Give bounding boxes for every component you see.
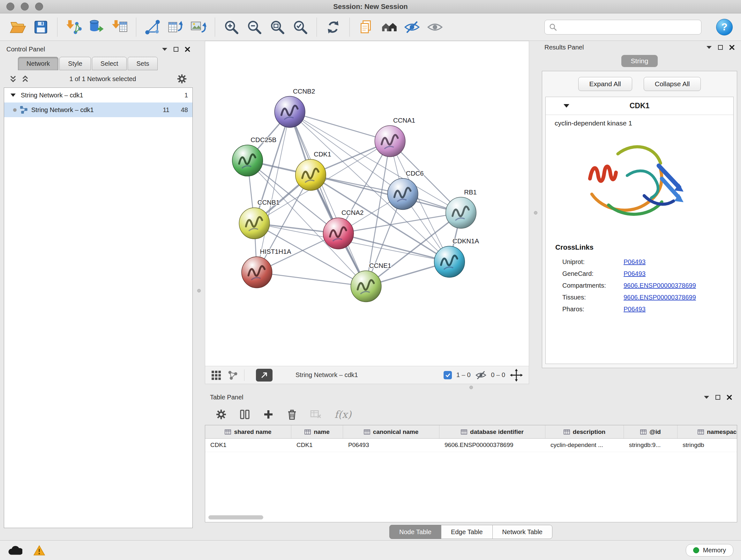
crosslink-value-link[interactable]: P06493 (623, 258, 646, 266)
panel-float-icon[interactable] (718, 45, 723, 50)
column-header-shared-name[interactable]: shared name (205, 425, 291, 438)
column-header-description[interactable]: description (545, 425, 624, 438)
network-overview-icon[interactable] (227, 370, 238, 380)
panel-menu-icon[interactable] (162, 48, 167, 51)
network-edge-CDK1-RB1[interactable] (311, 175, 461, 213)
panel-close-icon[interactable] (729, 45, 735, 50)
import-network-from-database-button[interactable] (87, 17, 106, 37)
network-node-CCNB2[interactable] (274, 96, 305, 127)
minimize-button[interactable] (21, 3, 29, 10)
birdseye-grid-icon[interactable] (211, 370, 221, 380)
tab-network[interactable]: Network (18, 57, 58, 70)
save-session-button[interactable] (31, 17, 51, 37)
cloud-icon[interactable] (8, 545, 22, 556)
warning-icon[interactable] (33, 545, 45, 556)
export-network-button[interactable] (143, 17, 162, 37)
network-node-CCNB1[interactable] (239, 207, 270, 239)
column-header-database-identifier[interactable]: database identifier (440, 425, 545, 438)
delete-column-icon[interactable] (286, 409, 297, 420)
column-header--id[interactable]: @id (624, 425, 677, 438)
network-node-CCNE1[interactable] (351, 271, 381, 302)
panel-float-icon[interactable] (174, 47, 179, 52)
import-table-from-file-button[interactable] (110, 17, 129, 37)
network-graph[interactable]: CCNB2CCNA1CDC25BCDK1CDC6RB1CCNB1CCNA2CDK… (205, 41, 529, 366)
network-edge-HIST1H1A-CCNE1[interactable] (257, 272, 366, 287)
apply-layout-button[interactable] (324, 17, 343, 37)
table-cell[interactable]: CDK1 (291, 439, 343, 452)
copy-document-button[interactable] (356, 17, 376, 37)
selected-checkbox-icon[interactable] (444, 371, 452, 379)
table-cell[interactable]: stringdb (677, 439, 737, 452)
network-canvas[interactable]: CCNB2CCNA1CDC25BCDK1CDC6RB1CCNB1CCNA2CDK… (205, 41, 529, 366)
search-input[interactable] (544, 20, 701, 35)
network-node-CCNA1[interactable] (375, 125, 405, 157)
network-node-CDC6[interactable] (387, 179, 418, 210)
table-cell[interactable]: cyclin-dependent ... (545, 439, 624, 452)
tree-expander-icon[interactable] (10, 94, 16, 97)
hidden-eye-slash-icon[interactable] (475, 369, 487, 381)
panel-menu-icon[interactable] (706, 46, 712, 49)
formula-builder-fx[interactable]: f(x) (334, 409, 351, 420)
table-cell[interactable]: P06493 (343, 439, 440, 452)
network-edge-CCNB2-CCNA1[interactable] (290, 112, 390, 141)
tab-edge-table[interactable]: Edge Table (441, 525, 493, 539)
crosslink-value-link[interactable]: 9606.ENSP00000378699 (623, 282, 696, 289)
zoom-fit-button[interactable] (268, 17, 287, 37)
close-button[interactable] (6, 3, 14, 10)
network-node-RB1[interactable] (446, 197, 476, 229)
network-node-CDC25B[interactable] (232, 145, 263, 176)
export-image-button[interactable] (189, 17, 208, 37)
table-splitter[interactable] (205, 384, 737, 390)
home-button[interactable] (380, 17, 399, 37)
tab-string[interactable]: String (621, 55, 658, 67)
network-edge-CCNB2-CCNE1[interactable] (290, 112, 366, 286)
crosslink-value-link[interactable]: P06493 (623, 306, 646, 313)
tree-row-network[interactable]: String Network – cdk1 11 48 (4, 103, 192, 117)
zoom-window-button[interactable] (35, 3, 43, 10)
panel-menu-icon[interactable] (704, 396, 709, 399)
tab-style[interactable]: Style (59, 57, 91, 70)
zoom-in-button[interactable] (222, 17, 241, 37)
zoom-out-button[interactable] (245, 17, 264, 37)
add-column-icon[interactable] (263, 409, 274, 420)
hide-glass-button[interactable] (402, 17, 421, 37)
tab-network-table[interactable]: Network Table (492, 525, 552, 539)
pan-move-icon[interactable] (510, 368, 523, 382)
import-network-from-file-button[interactable] (64, 17, 83, 37)
open-session-button[interactable] (8, 17, 27, 37)
panel-close-icon[interactable] (185, 47, 190, 52)
column-header-namespace[interactable]: namespace (677, 425, 737, 438)
tab-sets[interactable]: Sets (128, 57, 158, 70)
network-node-CDKN1A[interactable] (434, 246, 465, 277)
collapse-all-button[interactable]: Collapse All (644, 77, 701, 91)
results-splitter[interactable] (529, 41, 542, 384)
table-cell[interactable]: 9606.ENSP00000378699 (440, 439, 545, 452)
crosslink-value-link[interactable]: 9606.ENSP00000378699 (623, 294, 696, 301)
column-header-name[interactable]: name (291, 425, 343, 438)
tree-row-collection[interactable]: String Network – cdk1 1 (4, 88, 192, 103)
detach-view-button[interactable] (256, 369, 273, 381)
show-glass-button[interactable] (425, 17, 445, 37)
memory-indicator[interactable]: Memory (686, 544, 733, 557)
panel-close-icon[interactable] (727, 395, 732, 400)
table-horizontal-scrollbar[interactable] (208, 515, 734, 519)
zoom-selected-button[interactable] (291, 17, 310, 37)
table-row[interactable]: CDK1CDK1P064939606.ENSP00000378699cyclin… (205, 439, 737, 452)
column-header-canonical-name[interactable]: canonical name (343, 425, 440, 438)
table-cell[interactable]: CDK1 (205, 439, 291, 452)
table-cell[interactable]: stringdb:9... (624, 439, 677, 452)
export-table-button[interactable] (166, 17, 185, 37)
network-options-gear-icon[interactable] (177, 74, 187, 84)
gene-section-header[interactable]: CDK1 (546, 97, 733, 115)
network-node-CCNA2[interactable] (323, 218, 354, 249)
expand-all-chevron-icon[interactable] (10, 75, 17, 83)
tab-node-table[interactable]: Node Table (389, 525, 441, 539)
expand-all-button[interactable]: Expand All (578, 77, 632, 91)
table-settings-gear-icon[interactable] (216, 409, 226, 420)
left-splitter[interactable] (193, 41, 205, 540)
network-node-HIST1H1A[interactable] (242, 257, 272, 288)
panel-float-icon[interactable] (716, 395, 720, 400)
scrollbar-thumb[interactable] (208, 515, 263, 519)
show-columns-icon[interactable] (239, 409, 250, 420)
network-node-CDK1[interactable] (295, 159, 326, 191)
